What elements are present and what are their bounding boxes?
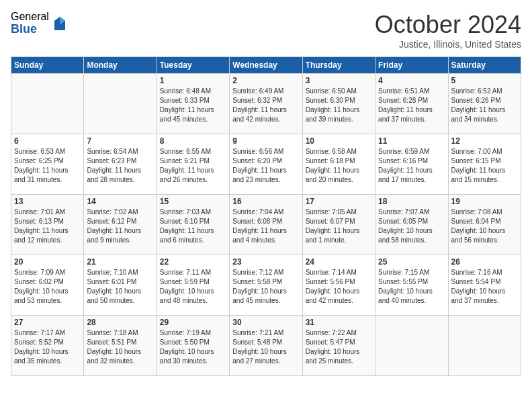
calendar-day: 3Sunrise: 6:50 AM Sunset: 6:30 PM Daylig… — [302, 74, 375, 134]
day-number: 30 — [232, 318, 299, 327]
page-header: General Blue October 2024 Justice, Illin… — [11, 11, 521, 50]
day-info: Sunrise: 6:58 AM Sunset: 6:18 PM Dayligh… — [306, 147, 372, 185]
calendar-day: 22Sunrise: 7:11 AM Sunset: 5:59 PM Dayli… — [157, 255, 229, 316]
day-header: Monday — [84, 57, 157, 74]
calendar-day: 31Sunrise: 7:22 AM Sunset: 5:47 PM Dayli… — [302, 316, 375, 376]
day-info: Sunrise: 7:00 AM Sunset: 6:15 PM Dayligh… — [451, 147, 518, 185]
calendar-day: 6Sunrise: 6:53 AM Sunset: 6:25 PM Daylig… — [11, 134, 84, 195]
day-number: 22 — [160, 257, 226, 267]
day-number: 24 — [306, 257, 372, 267]
day-info: Sunrise: 7:19 AM Sunset: 5:50 PM Dayligh… — [160, 328, 226, 366]
calendar-week: 13Sunrise: 7:01 AM Sunset: 6:13 PM Dayli… — [11, 195, 521, 255]
calendar-day: 1Sunrise: 6:48 AM Sunset: 6:33 PM Daylig… — [157, 74, 229, 134]
calendar-day: 21Sunrise: 7:10 AM Sunset: 6:01 PM Dayli… — [84, 255, 157, 316]
day-info: Sunrise: 6:53 AM Sunset: 6:25 PM Dayligh… — [14, 147, 81, 185]
title-block: October 2024 Justice, Illinois, United S… — [375, 11, 521, 50]
day-info: Sunrise: 7:16 AM Sunset: 5:54 PM Dayligh… — [451, 268, 518, 306]
day-number: 21 — [87, 257, 153, 267]
day-info: Sunrise: 7:01 AM Sunset: 6:13 PM Dayligh… — [14, 208, 81, 245]
calendar-day: 26Sunrise: 7:16 AM Sunset: 5:54 PM Dayli… — [448, 255, 521, 316]
day-number: 13 — [14, 197, 81, 206]
calendar-day: 28Sunrise: 7:18 AM Sunset: 5:51 PM Dayli… — [84, 316, 157, 376]
day-number: 8 — [160, 136, 226, 146]
calendar-day — [11, 74, 84, 134]
calendar-week: 27Sunrise: 7:17 AM Sunset: 5:52 PM Dayli… — [11, 316, 521, 376]
day-number: 19 — [451, 197, 518, 206]
calendar-day — [84, 74, 157, 134]
day-info: Sunrise: 7:15 AM Sunset: 5:55 PM Dayligh… — [378, 268, 445, 306]
calendar-day: 17Sunrise: 7:05 AM Sunset: 6:07 PM Dayli… — [302, 195, 375, 255]
day-number: 26 — [451, 257, 518, 267]
day-number: 20 — [14, 257, 81, 267]
calendar-day: 10Sunrise: 6:58 AM Sunset: 6:18 PM Dayli… — [302, 134, 375, 195]
day-number: 16 — [232, 197, 299, 206]
calendar-day: 18Sunrise: 7:07 AM Sunset: 6:05 PM Dayli… — [375, 195, 448, 255]
day-number: 10 — [306, 136, 372, 146]
day-header: Saturday — [448, 57, 521, 74]
day-info: Sunrise: 7:18 AM Sunset: 5:51 PM Dayligh… — [87, 328, 153, 366]
calendar-day: 7Sunrise: 6:54 AM Sunset: 6:23 PM Daylig… — [84, 134, 157, 195]
calendar-day: 27Sunrise: 7:17 AM Sunset: 5:52 PM Dayli… — [11, 316, 84, 376]
day-info: Sunrise: 6:49 AM Sunset: 6:32 PM Dayligh… — [232, 87, 299, 124]
day-number: 14 — [87, 197, 153, 206]
day-number: 1 — [160, 76, 226, 85]
day-header: Wednesday — [230, 57, 302, 74]
day-info: Sunrise: 7:05 AM Sunset: 6:07 PM Dayligh… — [306, 208, 372, 245]
day-number: 2 — [232, 76, 299, 85]
day-header: Sunday — [11, 57, 84, 74]
calendar-day: 12Sunrise: 7:00 AM Sunset: 6:15 PM Dayli… — [448, 134, 521, 195]
day-number: 31 — [306, 318, 372, 327]
calendar-day: 14Sunrise: 7:02 AM Sunset: 6:12 PM Dayli… — [84, 195, 157, 255]
calendar-week: 20Sunrise: 7:09 AM Sunset: 6:02 PM Dayli… — [11, 255, 521, 316]
calendar-day: 15Sunrise: 7:03 AM Sunset: 6:10 PM Dayli… — [157, 195, 229, 255]
day-number: 9 — [232, 136, 299, 146]
calendar-day — [448, 316, 521, 376]
day-info: Sunrise: 6:59 AM Sunset: 6:16 PM Dayligh… — [378, 147, 445, 185]
calendar-day: 16Sunrise: 7:04 AM Sunset: 6:08 PM Dayli… — [230, 195, 302, 255]
logo-general: General — [11, 11, 49, 23]
calendar-day — [375, 316, 448, 376]
day-info: Sunrise: 7:21 AM Sunset: 5:48 PM Dayligh… — [232, 328, 299, 366]
calendar-day: 20Sunrise: 7:09 AM Sunset: 6:02 PM Dayli… — [11, 255, 84, 316]
day-header: Tuesday — [157, 57, 229, 74]
day-info: Sunrise: 6:51 AM Sunset: 6:28 PM Dayligh… — [378, 87, 445, 124]
day-info: Sunrise: 7:11 AM Sunset: 5:59 PM Dayligh… — [160, 268, 226, 306]
day-number: 4 — [378, 76, 445, 85]
calendar-week: 1Sunrise: 6:48 AM Sunset: 6:33 PM Daylig… — [11, 74, 521, 134]
day-info: Sunrise: 7:04 AM Sunset: 6:08 PM Dayligh… — [232, 208, 299, 245]
day-info: Sunrise: 7:10 AM Sunset: 6:01 PM Dayligh… — [87, 268, 153, 306]
day-number: 12 — [451, 136, 518, 146]
header-row: SundayMondayTuesdayWednesdayThursdayFrid… — [11, 57, 521, 74]
day-number: 23 — [232, 257, 299, 267]
day-info: Sunrise: 6:56 AM Sunset: 6:20 PM Dayligh… — [232, 147, 299, 185]
day-info: Sunrise: 7:14 AM Sunset: 5:56 PM Dayligh… — [306, 268, 372, 306]
calendar-day: 29Sunrise: 7:19 AM Sunset: 5:50 PM Dayli… — [157, 316, 229, 376]
day-info: Sunrise: 7:09 AM Sunset: 6:02 PM Dayligh… — [14, 268, 81, 306]
logo: General Blue — [11, 11, 68, 36]
day-number: 25 — [378, 257, 445, 267]
location: Justice, Illinois, United States — [375, 39, 521, 50]
day-info: Sunrise: 7:02 AM Sunset: 6:12 PM Dayligh… — [87, 208, 153, 245]
day-number: 3 — [306, 76, 372, 85]
month-title: October 2024 — [375, 11, 521, 39]
day-info: Sunrise: 7:03 AM Sunset: 6:10 PM Dayligh… — [160, 208, 226, 245]
logo-icon — [52, 15, 68, 32]
calendar-day: 8Sunrise: 6:55 AM Sunset: 6:21 PM Daylig… — [157, 134, 229, 195]
calendar-day: 30Sunrise: 7:21 AM Sunset: 5:48 PM Dayli… — [230, 316, 302, 376]
calendar-day: 23Sunrise: 7:12 AM Sunset: 5:58 PM Dayli… — [230, 255, 302, 316]
logo-blue: Blue — [11, 23, 49, 36]
calendar-table: SundayMondayTuesdayWednesdayThursdayFrid… — [11, 56, 521, 376]
calendar-day: 24Sunrise: 7:14 AM Sunset: 5:56 PM Dayli… — [302, 255, 375, 316]
day-number: 7 — [87, 136, 153, 146]
calendar-day: 2Sunrise: 6:49 AM Sunset: 6:32 PM Daylig… — [230, 74, 302, 134]
day-info: Sunrise: 6:48 AM Sunset: 6:33 PM Dayligh… — [160, 87, 226, 124]
calendar-day: 11Sunrise: 6:59 AM Sunset: 6:16 PM Dayli… — [375, 134, 448, 195]
day-number: 5 — [451, 76, 518, 85]
day-number: 28 — [87, 318, 153, 327]
day-info: Sunrise: 7:12 AM Sunset: 5:58 PM Dayligh… — [232, 268, 299, 306]
logo-text: General Blue — [11, 11, 49, 36]
day-info: Sunrise: 6:54 AM Sunset: 6:23 PM Dayligh… — [87, 147, 153, 185]
day-info: Sunrise: 6:55 AM Sunset: 6:21 PM Dayligh… — [160, 147, 226, 185]
day-info: Sunrise: 7:22 AM Sunset: 5:47 PM Dayligh… — [306, 328, 372, 366]
calendar-day: 13Sunrise: 7:01 AM Sunset: 6:13 PM Dayli… — [11, 195, 84, 255]
